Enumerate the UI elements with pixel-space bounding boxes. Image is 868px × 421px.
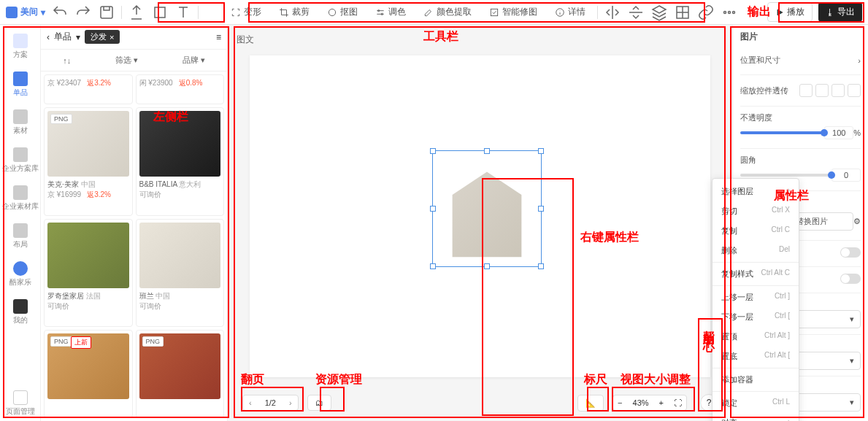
sort-button[interactable]: ↑↓ [63,56,71,65]
canvas-area: 图文 选择图层›剪切Ctrl X复制Ctrl C删除Del复制样式Ctrl Al… [228,25,732,421]
transform-button[interactable]: 变形 [225,3,267,21]
flip-v-button[interactable] [627,4,645,21]
grid-button[interactable] [674,4,691,21]
chevron-right-icon: › [858,56,861,65]
ruler-button[interactable]: 📐 [577,395,604,412]
canvas[interactable] [250,55,710,377]
product-card[interactable]: PNG上新 [44,330,133,418]
svg-rect-1 [155,7,165,18]
opacity-value[interactable]: 100 [824,126,853,139]
resource-button[interactable]: 🗂 [307,395,331,411]
nav-product[interactable]: 单品 [0,67,40,102]
resize-handle[interactable] [430,263,436,269]
product-card[interactable]: 罗奇堡家居 法国可询价 [44,219,133,328]
app-name: 美间 [20,6,38,18]
prev-page[interactable]: ‹ [243,395,258,410]
nav-pages[interactable]: 页面管理 [0,386,40,421]
flip-h-button[interactable] [604,4,621,21]
back-icon[interactable]: ‹ [47,32,50,42]
ctx-item[interactable]: 复制Ctrl C [713,221,799,241]
export-button[interactable]: ⭳导出 [818,2,862,22]
opacity-slider[interactable] [740,131,824,134]
resize-handle[interactable] [430,206,436,212]
more-button[interactable] [721,4,738,21]
resize-handle[interactable] [484,148,490,154]
text-button[interactable] [174,4,192,21]
ctx-item[interactable]: 删除Del [713,241,799,260]
zoom-out[interactable]: − [613,395,626,410]
svg-point-10 [733,11,735,13]
filter-chip[interactable]: 沙发× [85,30,120,44]
ctx-item[interactable]: 对齐› [713,413,799,421]
upload-button[interactable] [128,4,145,21]
undo-button[interactable] [51,4,69,21]
ctx-item[interactable]: 添加容器 [713,370,799,390]
save-button[interactable] [98,4,115,21]
ctx-item[interactable]: 下移一层Ctrl [ [713,307,799,327]
position-row[interactable]: 位置和尺寸› [740,52,861,69]
nav-corp-scheme[interactable]: 企业方案库 [0,143,40,178]
left-nav: 方案 单品 素材 企业方案库 企业素材库 布局 酷家乐 我的 页面管理 [0,25,41,421]
adjust-button[interactable]: 调色 [369,3,412,21]
nav-kujiale[interactable]: 酷家乐 [0,257,40,292]
zoom-in[interactable]: + [655,395,668,410]
resize-handle[interactable] [430,148,436,154]
next-page[interactable]: › [283,395,298,410]
resize-handle[interactable] [484,263,490,269]
detail-button[interactable]: 详情 [549,3,591,21]
resize-handle[interactable] [538,148,544,154]
ctx-item[interactable]: 剪切Ctrl X [713,201,799,221]
redo-button[interactable] [74,4,92,21]
anchor-option[interactable] [815,84,829,97]
ctx-item[interactable]: 置底Ctrl Alt [ [713,347,799,366]
fullscreen-icon[interactable]: ⛶ [669,395,686,410]
filter-button[interactable]: 筛选 ▾ [115,55,138,66]
radius-slider[interactable] [740,174,831,177]
anchor-selector [799,84,861,97]
layers-button[interactable] [650,4,668,21]
svg-rect-0 [101,7,112,18]
crop-button[interactable]: 裁剪 [273,3,315,21]
ctx-item[interactable]: 置顶Ctrl Alt ] [713,327,799,347]
color-pick-button[interactable]: 颜色提取 [418,3,477,21]
shape-rect-button[interactable] [151,4,169,21]
anchor-option[interactable] [831,84,845,97]
nav-mine[interactable]: 我的 [0,295,40,330]
list-view-icon[interactable]: ≡ [216,32,221,42]
play-button[interactable]: 播放 [767,2,813,22]
resize-handle[interactable] [538,263,544,269]
app-logo[interactable]: 美间 ▾ [6,6,45,18]
product-card[interactable]: B&B ITALIA 意大利可询价 [136,107,225,216]
nav-scheme[interactable]: 方案 [0,29,40,64]
resize-handle[interactable] [538,206,544,212]
close-icon[interactable]: × [110,33,114,42]
breadcrumb[interactable]: 单品 [54,31,72,43]
nav-material[interactable]: 素材 [0,105,40,140]
link-button[interactable] [697,4,715,21]
nav-corp-material[interactable]: 企业素材库 [0,181,40,216]
ruler-icon: 📐 [578,395,603,411]
brand-filter[interactable]: 品牌 ▾ [183,55,205,66]
product-card[interactable]: 班兰 中国可询价 [136,219,225,328]
ctx-item[interactable]: 锁定Ctrl L [713,393,799,413]
settings-icon[interactable]: ⚙ [853,217,861,226]
cutout-button[interactable]: 抠图 [321,3,364,21]
nav-layout[interactable]: 布局 [0,219,40,254]
radius-value[interactable]: 0 [831,169,861,182]
selected-image[interactable] [432,150,542,267]
svg-point-8 [724,11,726,13]
product-card[interactable]: PNG美克·美家 中国京 ¥16999返3.2% [44,107,133,216]
smart-edit-button[interactable]: 智能修图 [483,3,543,21]
ctx-item[interactable]: 选择图层› [713,182,799,201]
canvas-tab[interactable]: 图文 [237,34,254,46]
product-card[interactable]: 京 ¥23407返3.2% [44,74,133,104]
overlay-toggle[interactable] [840,247,861,258]
pager: ‹ 1/2 › [242,395,299,411]
anchor-option[interactable] [799,84,813,97]
anchor-option[interactable] [848,84,861,97]
stroke-toggle[interactable] [840,274,861,284]
ctx-item[interactable]: 复制样式Ctrl Alt C [713,264,799,284]
product-card[interactable]: 闲 ¥23900返0.8% [136,74,225,104]
product-card[interactable]: PNG [136,330,225,418]
ctx-item[interactable]: 上移一层Ctrl ] [713,287,799,307]
